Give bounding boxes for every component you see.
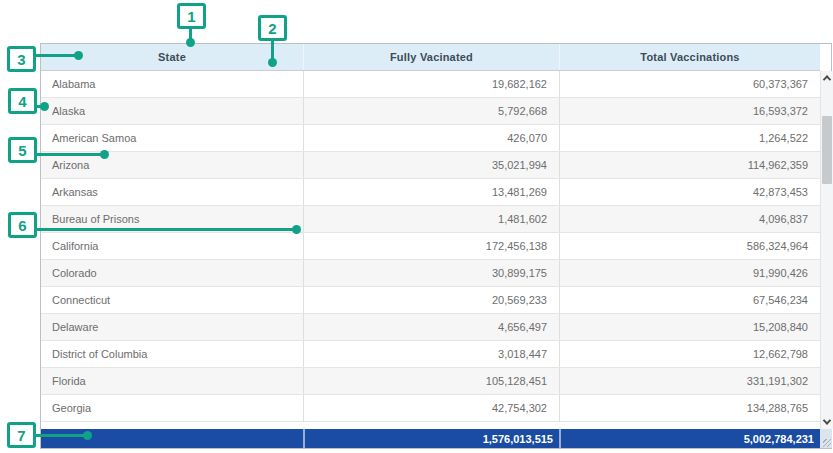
table-row-florida[interactable]: Florida 105,128,451 331,191,302 (41, 368, 820, 395)
table-row-arizona[interactable]: Arizona 35,021,994 114,962,359 (41, 152, 820, 179)
cell-fully: 1,481,602 (303, 206, 559, 232)
cell-state: Florida (41, 368, 303, 394)
cell-total: 15,208,840 (559, 314, 820, 340)
cell-state: American Samoa (41, 125, 303, 151)
scrollbar-thumb[interactable] (822, 116, 832, 184)
table-header-row: State Fully Vacinated Total Vaccinations (41, 44, 820, 71)
cell-fully: 13,481,269 (303, 179, 559, 205)
cell-fully: 19,682,162 (303, 71, 559, 97)
cell-total: 91,990,426 (559, 260, 820, 286)
callout-dot-2 (268, 58, 277, 67)
chevron-down-icon (823, 416, 831, 424)
callout-marker-3: 3 (7, 46, 36, 72)
table-row-delaware[interactable]: Delaware 4,656,497 15,208,840 (41, 314, 820, 341)
callout-line-5 (36, 153, 105, 156)
callout-dot-1 (186, 38, 195, 47)
cell-total: 1,264,522 (559, 125, 820, 151)
table-row-alabama[interactable]: Alabama 19,682,162 60,373,367 (41, 71, 820, 98)
table-row-alaska[interactable]: Alaska 5,792,668 16,593,372 (41, 98, 820, 125)
cell-fully: 172,456,138 (303, 233, 559, 259)
scroll-up-button[interactable] (821, 71, 833, 85)
vaccination-data-table: State Fully Vacinated Total Vaccinations… (40, 43, 832, 449)
cell-state: California (41, 233, 303, 259)
callout-marker-6: 6 (8, 212, 37, 238)
cell-state: Alaska (41, 98, 303, 124)
cell-total: 114,962,359 (559, 152, 820, 178)
callout-marker-7: 7 (7, 422, 36, 448)
cell-state: Connecticut (41, 287, 303, 313)
callout-dot-6 (292, 225, 301, 234)
table-body: Alabama 19,682,162 60,373,367 Alaska 5,7… (41, 71, 820, 422)
total-cell-fully: 1,576,013,515 (303, 429, 559, 448)
cell-state: District of Columbia (41, 341, 303, 367)
cell-total: 42,873,453 (559, 179, 820, 205)
scroll-down-button[interactable] (821, 415, 833, 429)
cell-fully: 426,070 (303, 125, 559, 151)
callout-marker-5: 5 (8, 137, 37, 163)
header-cell-fully-vacinated[interactable]: Fully Vacinated (303, 44, 559, 70)
table-row-american-samoa[interactable]: American Samoa 426,070 1,264,522 (41, 125, 820, 152)
table-row-georgia[interactable]: Georgia 42,754,302 134,288,765 (41, 395, 820, 422)
resize-grip-icon (823, 439, 831, 447)
callout-line-3 (35, 54, 77, 57)
cell-fully: 35,021,994 (303, 152, 559, 178)
cell-fully: 42,754,302 (303, 395, 559, 421)
cell-state: Delaware (41, 314, 303, 340)
cell-fully: 5,792,668 (303, 98, 559, 124)
cell-state: Alabama (41, 71, 303, 97)
screenshot-canvas: State Fully Vacinated Total Vaccinations… (0, 0, 833, 453)
cell-total: 4,096,837 (559, 206, 820, 232)
vertical-scrollbar[interactable] (820, 71, 833, 429)
cell-state: Arkansas (41, 179, 303, 205)
cell-total: 331,191,302 (559, 368, 820, 394)
callout-marker-4: 4 (8, 88, 37, 114)
scrollbar-corner-filler (820, 429, 832, 448)
cell-fully: 3,018,447 (303, 341, 559, 367)
callout-line-7 (35, 434, 88, 437)
callout-dot-3 (74, 51, 83, 60)
callout-line-6 (36, 228, 297, 231)
callout-dot-7 (83, 431, 92, 440)
cell-fully: 30,899,175 (303, 260, 559, 286)
cell-total: 16,593,372 (559, 98, 820, 124)
callout-marker-1: 1 (177, 3, 206, 29)
table-row-district-of-columbia[interactable]: District of Columbia 3,018,447 12,662,79… (41, 341, 820, 368)
cell-fully: 4,656,497 (303, 314, 559, 340)
cell-state: Georgia (41, 395, 303, 421)
callout-marker-2: 2 (258, 15, 287, 41)
cell-total: 134,288,765 (559, 395, 820, 421)
header-cell-total-vaccinations[interactable]: Total Vaccinations (559, 44, 820, 70)
table-row-california[interactable]: California 172,456,138 586,324,964 (41, 233, 820, 260)
total-cell-total: 5,002,784,231 (559, 429, 820, 448)
cell-total: 12,662,798 (559, 341, 820, 367)
cell-total: 586,324,964 (559, 233, 820, 259)
callout-dot-5 (100, 150, 109, 159)
cell-state: Colorado (41, 260, 303, 286)
table-row-colorado[interactable]: Colorado 30,899,175 91,990,426 (41, 260, 820, 287)
callout-dot-4 (40, 102, 49, 111)
table-row-arkansas[interactable]: Arkansas 13,481,269 42,873,453 (41, 179, 820, 206)
table-row-connecticut[interactable]: Connecticut 20,569,233 67,546,234 (41, 287, 820, 314)
chevron-up-icon (823, 75, 831, 83)
cell-fully: 20,569,233 (303, 287, 559, 313)
cell-fully: 105,128,451 (303, 368, 559, 394)
cell-total: 67,546,234 (559, 287, 820, 313)
table-total-row: 1,576,013,515 5,002,784,231 (41, 429, 820, 448)
cell-total: 60,373,367 (559, 71, 820, 97)
total-cell-state (41, 429, 303, 448)
